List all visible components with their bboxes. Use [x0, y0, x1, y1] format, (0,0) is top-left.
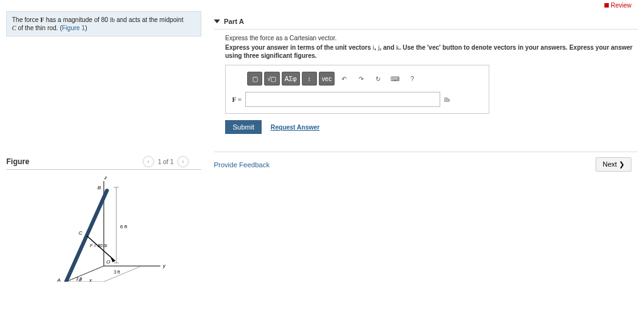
- svg-text:O: O: [106, 259, 110, 265]
- request-answer-link[interactable]: Request Answer: [270, 124, 319, 131]
- caret-down-icon: [214, 19, 220, 23]
- svg-text:6 ft: 6 ft: [120, 224, 128, 230]
- figure-page-indicator: 1 of 1: [158, 158, 174, 165]
- figure-title: Figure: [6, 157, 30, 166]
- part-a-header[interactable]: Part A: [214, 11, 638, 30]
- equation-toolbar: ▢ √▢ ΑΣφ ↕ vec ↶ ↷ ↻ ⌨ ?: [247, 72, 482, 86]
- instruction-line-2: Express your answer in terms of the unit…: [214, 44, 638, 65]
- review-link[interactable]: Review: [604, 2, 631, 9]
- svg-marker-6: [110, 256, 115, 262]
- svg-text:B: B: [97, 185, 101, 191]
- redo-button[interactable]: ↷: [353, 72, 369, 86]
- vec-button[interactable]: vec: [319, 72, 335, 86]
- root-button[interactable]: √▢: [264, 72, 280, 86]
- answer-label: F =: [232, 96, 242, 103]
- svg-text:y: y: [162, 263, 166, 269]
- problem-text: The force: [12, 16, 40, 23]
- svg-text:3 ft: 3 ft: [114, 270, 120, 274]
- svg-line-4: [66, 191, 107, 282]
- figure-pager: ‹ 1 of 1 ›: [143, 156, 189, 167]
- answer-panel: ▢ √▢ ΑΣφ ↕ vec ↶ ↷ ↻ ⌨ ? F = lb: [225, 65, 489, 114]
- svg-text:F = 80 lb: F = 80 lb: [90, 243, 107, 248]
- svg-text:x: x: [89, 277, 92, 282]
- subsup-button[interactable]: ↕: [302, 72, 317, 86]
- greek-button[interactable]: ΑΣφ: [282, 72, 300, 86]
- next-figure-button[interactable]: ›: [177, 156, 189, 167]
- problem-statement: The force F has a magnitude of 80 lb and…: [6, 11, 201, 36]
- submit-button[interactable]: Submit: [225, 120, 262, 134]
- prev-figure-button[interactable]: ‹: [143, 156, 154, 167]
- next-button[interactable]: Next ❯: [596, 157, 631, 172]
- reset-button[interactable]: ↻: [370, 72, 386, 86]
- keyboard-button[interactable]: ⌨: [387, 72, 402, 86]
- instruction-line-1: Express the force as a Cartesian vector.: [214, 30, 638, 44]
- answer-input[interactable]: [245, 92, 440, 107]
- answer-unit: lb: [444, 96, 450, 103]
- symbol-C: C: [12, 25, 16, 31]
- svg-text:C: C: [79, 230, 82, 236]
- figure-image: z B C 6 ft F = 80 lb O y 3 ft A 2 ft x x: [6, 170, 201, 283]
- undo-button[interactable]: ↶: [336, 72, 352, 86]
- figure-panel: Figure ‹ 1 of 1 ›: [6, 156, 201, 283]
- part-title: Part A: [224, 18, 244, 25]
- svg-text:A: A: [57, 277, 60, 282]
- svg-text:z: z: [104, 175, 108, 180]
- figure-link[interactable]: Figure 1: [62, 25, 86, 31]
- templates-button[interactable]: ▢: [247, 72, 262, 86]
- help-button[interactable]: ?: [404, 72, 419, 86]
- provide-feedback-link[interactable]: Provide Feedback: [214, 161, 270, 169]
